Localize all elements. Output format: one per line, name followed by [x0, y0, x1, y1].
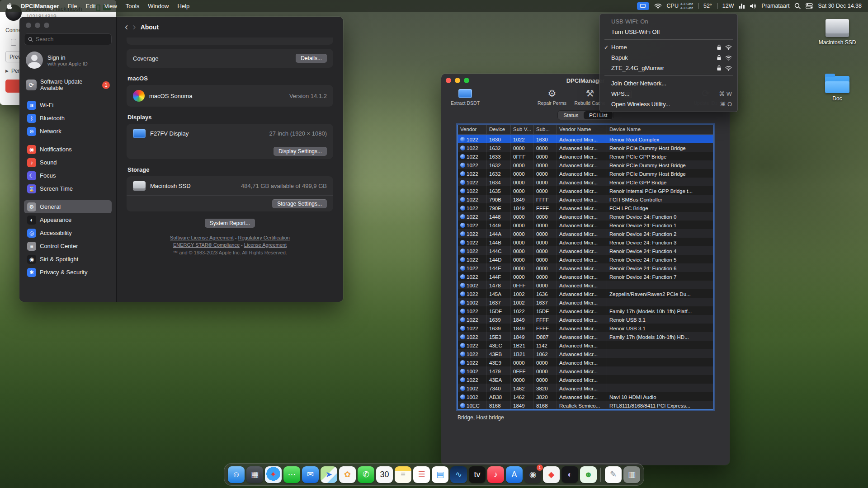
table-row[interactable]: 1022 144E 0000 0000 Advanced Micr... Ren…: [458, 263, 713, 272]
dock-app-icon[interactable]: ✆: [358, 466, 374, 483]
table-row[interactable]: 1022 15E3 1849 D887 Advanced Micr... Fam…: [458, 332, 713, 341]
table-row[interactable]: 1022 1634 0000 0000 Advanced Micr... Ren…: [458, 178, 713, 186]
sidebar-item[interactable]: ⊕ Network: [24, 125, 112, 138]
dock-app-icon[interactable]: ✎: [605, 466, 622, 483]
table-row[interactable]: 1022 790B 1849 FFFF Advanced Micr... FCH…: [458, 195, 713, 203]
menu-item[interactable]: Help: [177, 3, 189, 9]
dock-app-icon[interactable]: ▦: [246, 466, 263, 483]
apple-menu-icon[interactable]: [6, 3, 12, 9]
table-row[interactable]: 1022 1632 0000 0000 Advanced Micr... Ren…: [458, 169, 713, 178]
table-row[interactable]: 1022 43EB 1B21 1062 Advanced Micr...: [458, 349, 713, 358]
dock-app-icon[interactable]: tv: [469, 466, 486, 483]
sidebar-item[interactable]: ♪ Sound: [24, 156, 112, 169]
cpu-status[interactable]: CPU 4.3 Ghz 4.3 Ghz: [667, 2, 693, 10]
wifi-status-icon[interactable]: [654, 3, 662, 9]
dock-app-icon[interactable]: 30: [376, 466, 393, 483]
wifi-network-item[interactable]: Bapuk: [600, 52, 737, 63]
minimize-button[interactable]: [35, 23, 40, 28]
menu-item[interactable]: File: [68, 3, 77, 9]
column-header[interactable]: Device Name: [607, 125, 713, 134]
search-input[interactable]: [36, 36, 108, 42]
column-header[interactable]: Sub V...: [511, 125, 534, 134]
dock-app-icon[interactable]: ♪: [487, 466, 504, 483]
screen-sharing-indicator[interactable]: [637, 2, 649, 10]
desktop-icon-doc-folder[interactable]: Doc: [816, 76, 859, 102]
spotlight-search-icon[interactable]: [794, 3, 801, 9]
clock[interactable]: Sat 30 Dec 14.38: [818, 3, 862, 9]
display-settings-button[interactable]: Display Settings...: [274, 147, 327, 156]
dock-app-icon[interactable]: ∿: [450, 466, 467, 483]
table-row[interactable]: 1002 AB38 1462 3820 Advanced Micr... Nav…: [458, 392, 713, 401]
menu-item[interactable]: View: [104, 3, 117, 9]
dock-app-icon[interactable]: ✦: [265, 466, 282, 483]
table-row[interactable]: 1022 144F 0000 0000 Advanced Micr... Ren…: [458, 272, 713, 281]
column-header[interactable]: Device: [487, 125, 511, 134]
sidebar-item[interactable]: ◐ Appearance: [24, 213, 112, 226]
active-app-menu[interactable]: DPCIManager: [21, 3, 59, 9]
coverage-details-button[interactable]: Details...: [296, 54, 327, 63]
table-row[interactable]: 1022 15DF 1022 15DF Advanced Micr... Fam…: [458, 306, 713, 315]
sidebar-item[interactable]: ≡ Control Center: [24, 239, 112, 253]
file-transfer-icon[interactable]: [11, 39, 16, 46]
table-row[interactable]: 1022 144C 0000 0000 Advanced Micr... Ren…: [458, 246, 713, 255]
tab-status[interactable]: Status: [558, 111, 584, 119]
dock-app-icon[interactable]: ⋯: [283, 466, 300, 483]
table-row[interactable]: 1022 1630 1022 1630 Advanced Micr... Ren…: [458, 135, 713, 143]
control-center-icon[interactable]: [806, 3, 813, 9]
turn-wifi-off-item[interactable]: Turn USB-WiFi Off: [600, 27, 737, 37]
table-row[interactable]: 1022 1448 0000 0000 Advanced Micr... Ren…: [458, 212, 713, 221]
sidebar-item[interactable]: ☾ Focus: [24, 169, 112, 182]
table-row[interactable]: 1022 1639 1849 FFFF Advanced Micr... Ren…: [458, 315, 713, 324]
repair-perms-button[interactable]: ⚙ Repair Perms: [535, 88, 569, 106]
dock-app-icon[interactable]: ≡: [395, 466, 411, 483]
sidebar-item[interactable]: ⚙ General: [24, 200, 112, 213]
apple-id-sign-in[interactable]: Sign in with your Apple ID: [24, 45, 112, 70]
column-header[interactable]: Sub...: [534, 125, 557, 134]
column-header[interactable]: Vendor: [458, 125, 487, 134]
about-panel[interactable]: Serial Number Coverage Details... macOS …: [117, 38, 343, 302]
input-source-status[interactable]: Pramataart: [762, 3, 790, 9]
table-row[interactable]: 1022 790E 1849 FFFF Advanced Micr... FCH…: [458, 203, 713, 212]
dock-app-icon[interactable]: ◐: [561, 466, 578, 483]
back-button[interactable]: ‹: [125, 23, 128, 32]
sidebar-item[interactable]: ✱ Privacy & Security: [24, 266, 112, 279]
table-row[interactable]: 1022 43E9 0000 0000 Advanced Micr...: [458, 358, 713, 366]
dock-app-icon[interactable]: ➤: [321, 466, 337, 483]
extract-dsdt-button[interactable]: Extract DSDT: [448, 88, 482, 106]
sidebar-item[interactable]: ◉ Notifications: [24, 143, 112, 156]
volume-icon[interactable]: [750, 3, 757, 9]
table-row[interactable]: 1002 7340 1462 3820 Advanced Micr...: [458, 384, 713, 392]
dock-app-icon[interactable]: ▤: [432, 466, 448, 483]
table-row[interactable]: 1022 43EC 1B21 1142 Advanced Micr...: [458, 341, 713, 349]
table-row[interactable]: 1022 43EA 0000 0000 Advanced Micr...: [458, 375, 713, 384]
tab-pci-list[interactable]: PCI List: [584, 111, 613, 119]
dock-app-icon[interactable]: ◉ 1: [524, 466, 541, 483]
wifi-menu-action[interactable]: WPS... ⌘ W: [600, 89, 737, 99]
table-row[interactable]: 1022 144A 0000 0000 Advanced Micr... Ren…: [458, 229, 713, 238]
menu-item[interactable]: Tools: [126, 3, 139, 9]
energy-star-link[interactable]: ENERGY STAR® Compliance: [173, 242, 240, 248]
table-row[interactable]: 1022 144D 0000 0000 Advanced Micr... Ren…: [458, 255, 713, 263]
settings-search-field[interactable]: [24, 33, 112, 45]
table-row[interactable]: 1022 1632 0000 0000 Advanced Micr... Ren…: [458, 143, 713, 152]
sidebar-item[interactable]: ⌛ Screen Time: [24, 182, 112, 195]
table-row[interactable]: 1002 1479 0FFF 0000 Advanced Micr...: [458, 366, 713, 375]
dock-app-icon[interactable]: ◆: [543, 466, 560, 483]
column-header[interactable]: Vendor Name: [557, 125, 607, 134]
sidebar-item[interactable]: ≋ Wi-Fi: [24, 99, 112, 112]
desktop-icon-macintosh-ssd[interactable]: Macintosh SSD: [816, 19, 859, 46]
menu-item[interactable]: Window: [148, 3, 169, 9]
dock-app-icon[interactable]: A: [506, 466, 523, 483]
table-row[interactable]: 1022 1635 0000 0000 Advanced Micr... Ren…: [458, 186, 713, 195]
system-report-button[interactable]: System Report...: [205, 219, 255, 228]
table-row[interactable]: 1022 145A 1002 1636 Advanced Micr... Zep…: [458, 289, 713, 298]
sidebar-item[interactable]: ◉ Siri & Spotlight: [24, 253, 112, 266]
license-agreement-link[interactable]: Software License Agreement: [170, 235, 234, 240]
wifi-menu-action[interactable]: Open Wireless Utility... ⌘ O: [600, 99, 737, 109]
power-status[interactable]: 12W: [722, 3, 734, 9]
temperature-status[interactable]: 52°: [703, 3, 712, 9]
license-agreement-link-2[interactable]: License Agreement: [244, 242, 287, 248]
wifi-network-item[interactable]: ZTE_2.4G_gMumwr: [600, 63, 737, 73]
wifi-network-item[interactable]: ✓ Home: [600, 42, 737, 52]
storage-settings-button[interactable]: Storage Settings...: [272, 199, 327, 208]
